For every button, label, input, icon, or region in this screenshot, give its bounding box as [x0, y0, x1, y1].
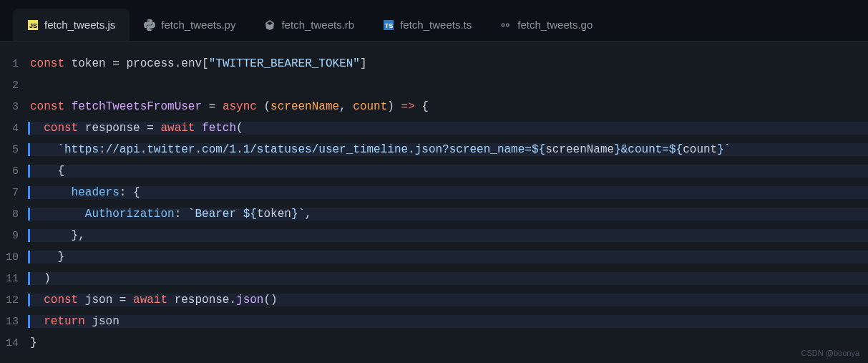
code-content: } — [30, 337, 868, 349]
code-content: headers: { — [28, 186, 868, 199]
code-line: 8 Authorization: `Bearer ${token}`, — [0, 203, 868, 225]
tab-rb[interactable]: fetch_tweets.rb — [250, 9, 369, 41]
line-number: 12 — [0, 294, 30, 306]
line-number: 11 — [0, 273, 30, 285]
code-content: ) — [28, 272, 868, 285]
code-line: 5 `https://api.twitter.com/1.1/statuses/… — [0, 139, 868, 160]
watermark: CSDN @boonya — [801, 349, 859, 357]
line-number: 4 — [0, 122, 30, 135]
code-line: 13 return json — [0, 311, 868, 332]
go-icon — [500, 19, 512, 31]
tab-go[interactable]: fetch_tweets.go — [486, 9, 607, 41]
code-content: return json — [28, 315, 868, 328]
line-number: 5 — [0, 144, 30, 156]
code-content: const fetchTweetsFromUser = async (scree… — [30, 100, 868, 113]
code-line: 1 const token = process.env["TWITTER_BEA… — [0, 53, 868, 74]
code-line: 7 headers: { — [0, 182, 868, 203]
line-number: 9 — [0, 230, 30, 242]
code-content: { — [28, 165, 868, 178]
code-line: 12 const json = await response.json() — [0, 289, 868, 311]
code-line: 11 ) — [0, 268, 868, 289]
code-line: 4 const response = await fetch( — [0, 117, 868, 139]
ruby-icon — [264, 19, 275, 31]
code-line: 3 const fetchTweetsFromUser = async (scr… — [0, 96, 868, 117]
line-number: 14 — [0, 337, 30, 349]
ts-icon: TS — [383, 19, 394, 31]
code-content: `https://api.twitter.com/1.1/statuses/us… — [28, 143, 868, 156]
line-number: 2 — [0, 79, 30, 92]
line-number: 7 — [0, 187, 30, 199]
code-content: const response = await fetch( — [28, 122, 868, 135]
tab-py[interactable]: fetch_tweets.py — [130, 9, 250, 41]
code-content: const json = await response.json() — [28, 294, 868, 306]
tab-ts[interactable]: TS fetch_tweets.ts — [369, 9, 486, 41]
code-line: 2 — [0, 74, 868, 96]
code-content: Authorization: `Bearer ${token}`, — [28, 208, 868, 221]
code-editor[interactable]: 1 const token = process.env["TWITTER_BEA… — [0, 42, 868, 363]
code-line: 9 }, — [0, 225, 868, 246]
code-line: 6 { — [0, 160, 868, 182]
line-number: 1 — [0, 58, 30, 70]
tab-label: fetch_tweets.ts — [400, 19, 472, 31]
tab-label: fetch_tweets.js — [44, 19, 115, 31]
python-icon — [144, 19, 155, 31]
code-content: const token = process.env["TWITTER_BEARE… — [30, 57, 868, 70]
line-number: 3 — [0, 101, 30, 113]
code-line: 10 } — [0, 246, 868, 268]
tab-label: fetch_tweets.py — [161, 19, 235, 31]
tab-label: fetch_tweets.go — [517, 19, 593, 31]
code-line: 14 } — [0, 332, 868, 354]
line-number: 10 — [0, 251, 30, 263]
line-number: 13 — [0, 316, 30, 328]
js-icon: JS — [27, 19, 39, 31]
line-number: 6 — [0, 165, 30, 178]
code-content: } — [28, 251, 868, 263]
code-content: }, — [28, 229, 868, 242]
tab-label: fetch_tweets.rb — [281, 19, 354, 31]
line-number: 8 — [0, 208, 30, 221]
tab-js[interactable]: JS fetch_tweets.js — [13, 9, 130, 41]
tab-bar: JS fetch_tweets.js fetch_tweets.py fetch… — [0, 0, 868, 42]
